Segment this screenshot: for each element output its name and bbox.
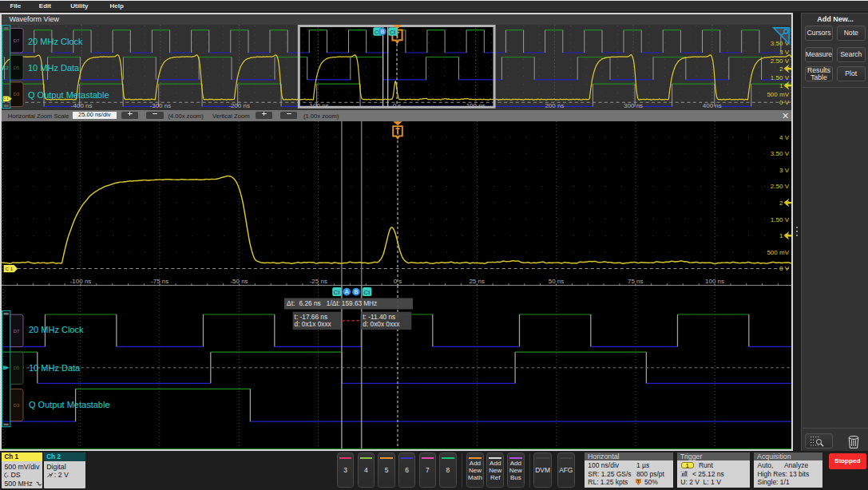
svg-text:C2: C2 (2, 65, 9, 70)
svg-text:20 MHz Clock: 20 MHz Clock (29, 325, 84, 334)
svg-text:-100 ns: -100 ns (70, 278, 92, 285)
svg-text:D3: D3 (14, 92, 20, 97)
svg-text:2.50 V: 2.50 V (771, 183, 790, 190)
svg-text:0 s: 0 s (394, 278, 402, 285)
svg-text:10 MHz Data: 10 MHz Data (28, 63, 80, 73)
svg-text:D3: D3 (14, 403, 20, 408)
svg-text:2.50 V: 2.50 V (771, 57, 790, 65)
svg-text:-300 ns: -300 ns (150, 102, 172, 109)
svg-text:20 MHz Clock: 20 MHz Clock (28, 37, 83, 46)
svg-text:0 V: 0 V (779, 265, 790, 272)
svg-text:100 ns: 100 ns (466, 102, 486, 109)
svg-text:C 1: C 1 (3, 97, 9, 101)
svg-text:1.50 V: 1.50 V (771, 215, 790, 223)
svg-text:3 V: 3 V (779, 49, 790, 56)
svg-text:d: 0x1x 0xxx: d: 0x1x 0xxx (295, 320, 332, 328)
svg-text:CI: CI (390, 29, 396, 36)
svg-text:-400 ns: -400 ns (71, 102, 93, 109)
svg-text:Q Output Metastable: Q Output Metastable (28, 90, 109, 100)
svg-text:Q Output Metastable: Q Output Metastable (29, 400, 110, 409)
svg-text:-75 ns: -75 ns (151, 278, 168, 285)
svg-text:t: -11.40 ns: t: -11.40 ns (363, 313, 395, 321)
svg-text:B: B (380, 29, 384, 34)
svg-text:400 ns: 400 ns (703, 102, 722, 109)
svg-text:Δt:6.26 ns1/Δt:159.63MHz: Δt:6.26 ns1/Δt:159.63MHz (287, 299, 377, 307)
svg-text:1.50 V: 1.50 V (771, 74, 790, 81)
svg-text:4 V: 4 V (779, 133, 790, 140)
svg-text:500 mV: 500 mV (767, 248, 789, 255)
svg-text:3.50 V: 3.50 V (771, 150, 790, 157)
svg-text:B: B (354, 288, 358, 295)
svg-text:D5: D5 (14, 366, 20, 370)
svg-text:C 1: C 1 (5, 265, 13, 271)
svg-text:-100 ns: -100 ns (307, 102, 329, 109)
svg-text:300 ns: 300 ns (624, 102, 643, 109)
svg-text:-25 ns: -25 ns (310, 278, 327, 285)
svg-text:D7: D7 (14, 329, 20, 334)
svg-text:D5: D5 (14, 65, 20, 70)
svg-text:50 ns: 50 ns (549, 278, 565, 285)
svg-text:t: -17.66 ns: t: -17.66 ns (295, 313, 328, 321)
svg-text:200 ns: 200 ns (545, 102, 564, 109)
svg-text:25 ns: 25 ns (469, 278, 485, 285)
svg-text:100 ns: 100 ns (705, 278, 724, 285)
svg-text:3 V: 3 V (779, 166, 790, 173)
svg-text:75 ns: 75 ns (628, 278, 644, 285)
svg-text:A: A (345, 288, 349, 295)
svg-text:d: 0x0x 0xxx: d: 0x0x 0xxx (363, 320, 400, 328)
svg-text:CI: CI (334, 289, 340, 296)
svg-text:-50 ns: -50 ns (230, 278, 248, 285)
svg-text:C2: C2 (2, 366, 6, 369)
svg-text:CI: CI (363, 289, 370, 296)
svg-text:10 MHz Data: 10 MHz Data (29, 363, 81, 373)
svg-text:0 V: 0 V (779, 99, 790, 106)
svg-text:D7: D7 (14, 38, 20, 43)
svg-text:500 mV: 500 mV (767, 91, 789, 98)
svg-text:0 s: 0 s (393, 102, 402, 109)
svg-text:-200 ns: -200 ns (228, 102, 250, 109)
